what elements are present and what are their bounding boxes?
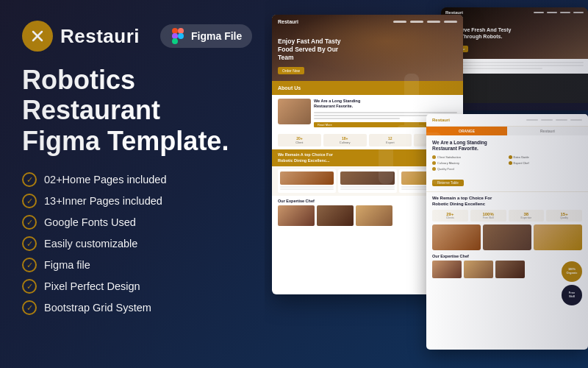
chef-img [356,205,392,226]
feature-dot [509,161,512,165]
nav-link [427,21,440,23]
chef-img-sm [464,261,493,278]
br-img [534,224,582,250]
mockup-laptop: Restauri We Serve Fresh And TestyFood Th… [441,7,588,110]
svg-rect-4 [178,28,184,34]
mockup-card [338,169,396,193]
mockup-hero: Restauri Enjoy Fast And TastyFood Served… [272,15,463,81]
br-stat: 100% Free Skill [470,210,506,222]
feature-dot [432,155,436,159]
feature-item: ✓ Easily customizable [22,236,257,251]
nav-link [444,21,457,23]
br-section-title: We Remain a top Choice ForRobotic Dining… [432,196,582,208]
mockup-hero-text: Enjoy Fast And TastyFood Served By OurTe… [278,38,457,75]
stat-label: Quality [548,216,580,219]
circular-badge: FreeSkill [562,285,582,305]
stat-label: Clients [434,216,466,219]
feature-dot [432,161,436,165]
section-title: We Are a Long StandingRestaurant Favorit… [314,99,457,109]
stat-item: 18+ Culinary [323,134,367,146]
figma-icon [171,29,185,43]
br-feature: Expert Chef [509,161,583,165]
chef-img [278,205,315,226]
nav-dot [534,12,544,13]
stat-label: Expert [372,141,409,144]
check-icon: ✓ [22,279,37,294]
feature-dot [509,155,512,159]
check-icon: ✓ [22,300,37,315]
check-icon: ✓ [22,215,37,230]
text-line [314,118,400,119]
laptop-content [441,59,588,74]
content-image [278,99,311,124]
figma-badge: Figma File [160,24,252,48]
check-icon: ✓ [22,236,37,251]
stat-label: Culinary [326,141,364,144]
feature-text: Client Satisfaction [437,155,461,159]
nav-dot [560,12,570,13]
check-icon: ✓ [22,194,37,208]
figma-badge-text: Figma File [191,30,242,42]
mockup-hero-btn: Order Now [278,67,304,74]
laptop-hero-title: We Serve Fresh And TestyFood Through Rob… [447,26,582,40]
nav-link [556,119,567,121]
feature-text: Culinary Mastery [437,161,459,165]
brand-name: Restauri [60,25,140,48]
content-line [445,65,584,66]
chef-label-area: Our Expertise Chef [432,254,582,278]
br-header: Restauri [426,114,588,127]
br-hero-section: We Are a Long StandingRestaurant Favorit… [426,135,588,191]
br-section-2: We Remain a top Choice ForRobotic Dining… [426,192,588,283]
chef-img-sm [495,261,525,278]
feature-item: ✓ Google Fonts Used [22,215,257,230]
stat-label: Expertise [511,216,542,219]
features-list: ✓ 02+Home Pages included ✓ 13+Inner Page… [22,172,257,315]
br-feature: Extra Guide [509,155,583,159]
left-panel: Restauri Figma File Robotics Restaurant … [0,0,279,368]
logo-area: Restauri [22,21,140,52]
feature-item: ✓ 13+Inner Pages included [22,194,257,208]
br-features-grid: Client Satisfaction Extra Guide Culinary… [432,155,582,171]
nav-link [410,21,423,23]
card-line [280,188,334,190]
svg-rect-6 [172,38,178,44]
stat-label: Client [281,141,318,144]
mockup-nav: Restauri [272,19,463,24]
feature-item: ✓ Figma file [22,258,257,272]
svg-point-7 [178,33,184,39]
feature-text: Expert Chef [514,161,529,165]
chef-img-sm [432,261,462,278]
br-img [483,224,531,250]
nav-dot [573,12,584,13]
mockup-hero-title: Enjoy Fast And TastyFood Served By OurTe… [278,38,457,62]
br-hero-title: We Are a Long StandingRestaurant Favorit… [432,140,582,152]
br-stat: 15+ Quality [546,210,582,222]
feature-item: ✓ Pixel Perfect Design [22,279,257,294]
card-line [280,186,334,188]
mockup-nav-logo: Restauri [278,19,390,24]
mockup-nav-links [393,21,457,23]
br-stat: 38 Expertise [509,210,545,222]
laptop-screen: Restauri We Serve Fresh And TestyFood Th… [441,7,588,103]
mockup-gold-bar: About Us [272,81,463,95]
mockup-card [278,169,336,193]
check-icon: ✓ [22,172,37,187]
nav-dot [547,12,557,13]
feature-item: ✓ Bootstrap Grid System [22,300,257,315]
circular-badge: 100%Organic [562,261,582,282]
card-line [340,188,394,190]
br-nav-links [526,119,582,121]
nav-link [526,119,538,121]
nav-link [393,21,406,23]
header-row: Restauri Figma File [22,21,257,52]
right-panel: Restauri We Serve Fresh And TestyFood Th… [265,0,588,368]
laptop-nav-items [534,12,584,13]
card-image [280,171,334,185]
chef-img-row [432,261,582,278]
nav-link [570,119,582,121]
stat-item: 12 Expert [369,134,412,146]
br-feature: Quality Food [432,167,506,171]
svg-rect-3 [172,28,178,34]
laptop-nav: Restauri [441,10,588,15]
br-feature: Culinary Mastery [432,161,506,165]
